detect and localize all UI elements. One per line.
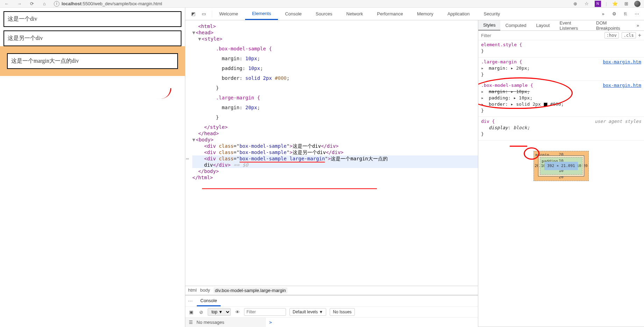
user-agent-label: user agent styles [595,118,641,125]
elements-panel: <html> ▼<head> ▼<style> .box-model-sampl… [185,20,478,327]
css-rule: .box-model-sample { [216,46,272,51]
onenote-icon[interactable]: N [595,1,601,7]
customize-icon[interactable]: ⎘ [622,11,629,17]
rule-div-ua[interactable]: user agent styles div { display: block; … [478,117,644,140]
dom-node-selected[interactable]: ⋯ <div class="box-model-sample large-mar… [192,155,478,168]
annotation-mark [510,146,527,147]
styles-filter-input[interactable] [481,33,604,38]
favorite-icon[interactable]: ☆ [584,1,590,7]
profile-avatar[interactable] [634,1,641,7]
content-size: 392 × 21.091 [544,162,578,170]
console-prompt[interactable]: > [266,318,478,327]
dom-node[interactable]: <html> [198,23,216,29]
rule-selector: .large-margin { [481,59,522,64]
rule-source-link[interactable]: box-margin.htm [603,82,641,89]
clear-console-icon[interactable]: ⊘ [198,309,204,315]
new-style-rule-button[interactable]: + [638,32,641,39]
home-button[interactable]: ⌂ [41,1,48,7]
sample-div-3: 这是一个margin大一点的div [7,53,178,69]
drawer-menu-icon[interactable]: ⋯ [188,298,193,304]
breadcrumb-selected[interactable]: div.box-model-sample.large-margin [214,287,287,293]
forward-button[interactable]: → [16,1,22,7]
inspect-icon[interactable]: ◩ [190,11,196,17]
more-styles-tabs-icon[interactable]: » [632,20,644,30]
dom-node[interactable]: </head> [198,131,219,136]
kebab-icon[interactable]: ⋯ [634,11,640,17]
dom-node[interactable]: </style> [204,124,228,130]
cls-toggle[interactable]: .cls [622,32,636,39]
rule-box-model-sample[interactable]: box-margin.htm .box-model-sample { ▸marg… [478,81,644,117]
dom-node[interactable]: <body> [196,137,214,142]
css-rule: .large-margin { [216,95,260,100]
reload-button[interactable]: ⟳ [29,1,35,7]
tab-dom-breakpoints[interactable]: DOM Breakpoints [591,20,632,30]
browser-toolbar: ← → ⟳ ⌂ i localhost:5500/web_dev/sample/… [0,0,644,8]
rule-selector: .box-model-sample { [481,83,533,88]
tab-performance[interactable]: Performance [370,8,410,20]
context-select[interactable]: top ▼ [208,308,231,316]
box-model-diagram: margin 20 20 20 20 border 2 2 [478,140,644,185]
tab-console[interactable]: Console [278,8,309,20]
dom-node[interactable]: <head> [196,30,214,35]
live-expression-icon[interactable]: 👁 [234,309,241,315]
color-swatch[interactable] [544,103,548,106]
url-host: localhost [62,1,81,6]
dom-node[interactable]: <style> [202,36,222,42]
url-path: /web_dev/sample/box-margin.html [93,1,162,6]
tab-network[interactable]: Network [339,8,370,20]
log-levels-select[interactable]: Default levels ▼ [289,308,326,316]
tab-sources[interactable]: Sources [309,8,339,20]
rule-element-style[interactable]: element.style { } [478,40,644,57]
breadcrumb-body[interactable]: body [200,287,210,293]
dom-node[interactable]: </body> [198,168,219,174]
styles-panel: Styles Computed Layout Event Listeners D… [478,20,644,327]
brace-close: } [216,85,219,91]
tab-layout[interactable]: Layout [531,20,554,30]
rule-source-link[interactable]: box-margin.htm [603,59,641,65]
ellipsis-icon[interactable]: ⋯ [186,155,189,162]
device-toggle-icon[interactable]: ▭ [201,11,207,17]
address-bar[interactable]: i localhost:5500/web_dev/sample/box-marg… [54,1,566,7]
sample-div-2: 这是另一个div [3,30,181,46]
url-port: :5500 [81,1,93,6]
menu-icon: ☰ [189,320,193,325]
hov-toggle[interactable]: :hov [604,32,619,39]
favorites-bar-icon[interactable]: ⭐ [612,1,618,7]
console-drawer: ⋯ Console ▣ ⊘ top ▼ 👁 Default levels ▼ N… [185,295,478,327]
settings-icon[interactable]: ⚙ [611,11,617,17]
devtools-tabs: ◩ ▭ Welcome Elements Console Sources Net… [185,8,644,20]
sidebar-toggle-icon[interactable]: ▣ [188,309,194,315]
drawer-tab-console[interactable]: Console [197,295,221,306]
annotation-mark [157,88,171,99]
annotation-mark [524,147,539,160]
rule-selector: element.style { [481,42,522,47]
tab-event-listeners[interactable]: Event Listeners [554,20,591,30]
tab-computed[interactable]: Computed [500,20,531,30]
rule-large-margin[interactable]: box-margin.htm .large-margin { ▸margin: … [478,57,644,81]
zoom-icon[interactable]: ⊕ [572,1,579,7]
breadcrumb[interactable]: html body div.box-model-sample.large-mar… [185,286,478,295]
dom-node[interactable]: </html> [192,175,213,180]
no-messages-label: No messages [196,320,224,325]
tab-security[interactable]: Security [477,8,507,20]
console-sidebar[interactable]: ☰ No messages [185,318,266,327]
info-icon: i [54,1,59,7]
back-button[interactable]: ← [3,1,10,7]
tab-elements[interactable]: Elements [245,8,278,20]
sample-div-1: 这是一个div [3,11,181,27]
rule-selector: div { [481,119,495,124]
tab-styles[interactable]: Styles [478,20,500,30]
console-filter-input[interactable] [244,308,286,316]
annotation-mark [202,188,377,189]
collections-icon[interactable]: ⊞ [623,1,629,7]
page-viewport: 这是一个div 这是另一个div 这是一个margin大一点的div [0,8,185,327]
margin-highlight: 这是一个margin大一点的div [0,46,185,76]
devtools: ◩ ▭ Welcome Elements Console Sources Net… [185,8,644,327]
breadcrumb-html[interactable]: html [188,287,197,293]
issues-button[interactable]: No Issues [330,308,355,316]
tab-memory[interactable]: Memory [410,8,441,20]
tab-welcome[interactable]: Welcome [212,8,245,20]
more-tabs-icon[interactable]: » [600,11,606,17]
tab-application[interactable]: Application [441,8,477,20]
dom-tree[interactable]: <html> ▼<head> ▼<style> .box-model-sampl… [185,20,478,286]
